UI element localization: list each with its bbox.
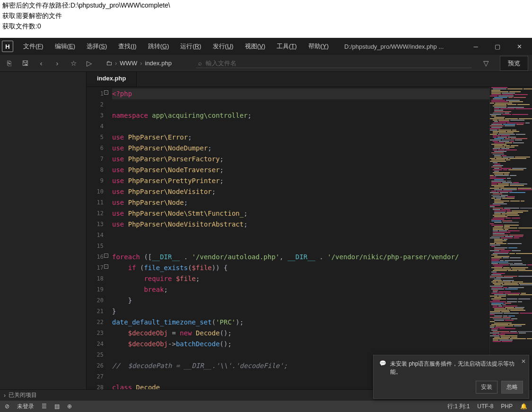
- forward-icon[interactable]: ›: [52, 58, 62, 69]
- new-file-icon[interactable]: ⎘: [4, 58, 14, 69]
- app-icon: H: [2, 41, 13, 52]
- code-editor[interactable]: 1-2345678910111213141516-17-181920212223…: [87, 87, 532, 389]
- editor-window: H 文件(F) 编辑(E) 选择(S) 查找(I) 跳转(G) 运行(R) 发行…: [0, 38, 532, 412]
- main-area: index.php 1-2345678910111213141516-17-18…: [0, 72, 532, 389]
- bell-icon[interactable]: 🔔: [520, 403, 527, 410]
- status-rowcol[interactable]: 行:1 列:1: [447, 403, 470, 411]
- menu-run[interactable]: 运行(R): [175, 40, 206, 53]
- closed-label: 已关闭项目: [9, 391, 37, 399]
- breadcrumb-folder[interactable]: WWW: [120, 60, 137, 67]
- list-icon[interactable]: ☰: [42, 403, 47, 410]
- filter-icon[interactable]: ▽: [481, 58, 491, 69]
- console-line: 解密后的文件存放路径:D:\phpstudy_pro\WWW\complete\: [2, 0, 530, 10]
- editor-main: index.php 1-2345678910111213141516-17-18…: [87, 72, 532, 389]
- breadcrumb: 🗀 › WWW › index.php: [106, 60, 172, 67]
- back-icon[interactable]: ‹: [36, 58, 46, 69]
- breadcrumb-file[interactable]: index.php: [145, 60, 172, 67]
- code-area[interactable]: <?php namespace app\acquiring\controller…: [109, 87, 489, 389]
- star-icon[interactable]: ☆: [68, 58, 78, 69]
- minimize-button[interactable]: ─: [465, 38, 487, 55]
- close-button[interactable]: ✕: [508, 38, 530, 55]
- gutter: 1-2345678910111213141516-17-181920212223…: [87, 87, 109, 389]
- message-icon: 💬: [379, 360, 386, 376]
- save-icon[interactable]: 🖫: [20, 58, 30, 69]
- user-icon: ⊘: [5, 403, 9, 410]
- globe-icon[interactable]: ⊕: [67, 403, 72, 410]
- menu-file[interactable]: 文件(F): [18, 40, 49, 53]
- maximize-button[interactable]: ▢: [487, 38, 508, 55]
- status-encoding[interactable]: UTF-8: [477, 403, 493, 410]
- menu-view[interactable]: 视图(V): [240, 40, 270, 53]
- install-button[interactable]: 安装: [476, 381, 497, 394]
- chevron-right-icon: ›: [140, 60, 142, 67]
- menu-publish[interactable]: 发行(U): [208, 40, 239, 53]
- status-login[interactable]: 未登录: [17, 403, 34, 411]
- menu-find[interactable]: 查找(I): [113, 40, 141, 53]
- minimap[interactable]: [489, 87, 532, 389]
- console-line: 获取需要解密的文件: [2, 10, 530, 21]
- notification-close-icon[interactable]: ✕: [521, 358, 526, 365]
- status-bar: ⊘ 未登录 ☰ ▤ ⊕ 行:1 列:1 UTF-8 PHP 🔔: [0, 401, 532, 412]
- sidebar: [0, 72, 87, 389]
- ignore-button[interactable]: 忽略: [501, 381, 523, 394]
- chevron-right-icon: ›: [4, 392, 6, 399]
- play-icon[interactable]: ▷: [84, 58, 95, 69]
- notification-message: 未安装 php语言服务插件，无法启动语法提示等功能。: [390, 360, 523, 376]
- preview-button[interactable]: 预览: [500, 56, 528, 71]
- status-lang[interactable]: PHP: [501, 403, 513, 410]
- tab-index-php[interactable]: index.php: [87, 72, 137, 87]
- menu-bar: H 文件(F) 编辑(E) 选择(S) 查找(I) 跳转(G) 运行(R) 发行…: [0, 38, 532, 55]
- menu-select[interactable]: 选择(S): [81, 40, 112, 53]
- panel-icon[interactable]: ▤: [54, 403, 60, 410]
- search-box: ⌕: [196, 59, 471, 68]
- console-output: 解密后的文件存放路径:D:\phpstudy_pro\WWW\complete\…: [0, 0, 532, 31]
- window-controls: ─ ▢ ✕: [465, 38, 530, 55]
- notification: ✕ 💬 未安装 php语言服务插件，无法启动语法提示等功能。 安装 忽略: [373, 355, 529, 399]
- menu-tools[interactable]: 工具(T): [271, 40, 302, 53]
- console-line: 获取文件数:0: [2, 21, 530, 31]
- menu-goto[interactable]: 跳转(G): [143, 40, 174, 53]
- toolbar: ⎘ 🖫 ‹ › ☆ ▷ 🗀 › WWW › index.php ⌕ ▽ 预览: [0, 55, 532, 72]
- tab-bar: index.php: [87, 72, 532, 87]
- search-input[interactable]: [206, 60, 470, 67]
- menu-help[interactable]: 帮助(Y): [303, 40, 334, 53]
- title-path: D:/phpstudy_pro/WWW/index.php ...: [344, 43, 464, 50]
- menu-edit[interactable]: 编辑(E): [50, 40, 80, 53]
- folder-icon: 🗀: [106, 60, 112, 67]
- search-icon: ⌕: [198, 60, 202, 67]
- chevron-right-icon: ›: [115, 60, 117, 67]
